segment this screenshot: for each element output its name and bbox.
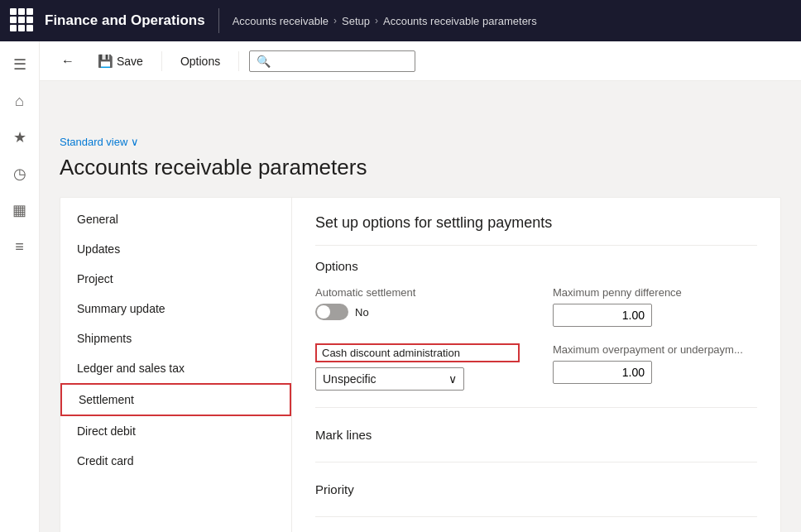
content-area: General Updates Project Summary update S… — [60, 197, 781, 532]
sidebar-item-credit-card[interactable]: Credit card — [60, 446, 291, 476]
automatic-settlement-value: No — [355, 306, 369, 319]
options-subsection-title: Options — [315, 259, 757, 273]
sidebar-item-label: Project — [77, 272, 113, 285]
priority-section: Priority — [315, 476, 757, 503]
sidebar-item-label: Ledger and sales tax — [77, 362, 185, 375]
options-label: Options — [180, 55, 220, 68]
nav-workspaces-icon[interactable]: ▦ — [3, 194, 36, 227]
topbar-divider — [218, 8, 219, 33]
chevron-down-icon: ∨ — [448, 372, 457, 386]
sidebar-item-direct-debit[interactable]: Direct debit — [60, 416, 291, 446]
toolbar-separator-2 — [238, 51, 239, 71]
cash-discount-field: Cash discount administration Unspecific … — [315, 343, 520, 391]
sidebar-item-label: Shipments — [77, 332, 132, 345]
topbar: Finance and Operations Accounts receivab… — [0, 0, 801, 41]
save-icon: 💾 — [98, 54, 113, 69]
standard-view-label: Standard view — [60, 136, 127, 148]
sidebar-item-settlement[interactable]: Settlement — [60, 383, 291, 416]
options-grid: Automatic settlement No Maximum penny di… — [315, 286, 757, 391]
save-label: Save — [117, 55, 143, 68]
section-divider-2 — [315, 407, 757, 408]
sidebar-item-project[interactable]: Project — [60, 264, 291, 294]
max-penny-diff-input[interactable] — [553, 304, 652, 327]
nav-modules-icon[interactable]: ≡ — [3, 230, 36, 263]
toolbar-separator — [161, 51, 162, 71]
sidebar-item-general[interactable]: General — [60, 204, 291, 234]
nav-favorites-icon[interactable]: ★ — [3, 121, 36, 154]
left-menu: General Updates Project Summary update S… — [60, 198, 292, 532]
back-button[interactable]: ← — [53, 49, 83, 74]
breadcrumb-arrow-2: › — [375, 15, 378, 26]
sidebar-item-label: Settlement — [79, 393, 134, 406]
sidebar-item-label: Direct debit — [77, 424, 136, 438]
automatic-settlement-field: Automatic settlement No — [315, 286, 520, 327]
sidebar-item-label: General — [77, 213, 118, 226]
cash-discount-label: Cash discount administration — [315, 343, 520, 362]
max-overpayment-field: Maximum overpayment or underpaym... — [553, 343, 757, 391]
breadcrumb: Accounts receivable › Setup › Accounts r… — [233, 15, 537, 27]
sidebar-item-label: Updates — [77, 242, 120, 256]
mark-lines-section: Mark lines — [315, 421, 757, 448]
back-icon: ← — [61, 54, 74, 69]
section-heading: Set up options for settling payments — [315, 214, 757, 232]
app-title: Finance and Operations — [45, 12, 205, 29]
left-nav: ☰ ⌂ ★ ◷ ▦ ≡ — [0, 41, 40, 532]
nav-home-icon[interactable]: ⌂ — [3, 84, 36, 117]
max-overpayment-label: Maximum overpayment or underpaym... — [553, 343, 757, 356]
right-panel: Set up options for settling payments Opt… — [292, 198, 780, 532]
search-icon: 🔍 — [257, 55, 271, 68]
page-title: Accounts receivable parameters — [60, 155, 781, 180]
sidebar-item-label: Credit card — [77, 454, 133, 467]
nav-recent-icon[interactable]: ◷ — [3, 157, 36, 190]
section-divider-1 — [315, 245, 757, 246]
section-divider-3 — [315, 462, 757, 463]
app-grid-icon[interactable] — [10, 8, 35, 33]
max-penny-diff-field: Maximum penny difference — [553, 286, 757, 327]
max-overpayment-input[interactable] — [553, 361, 652, 384]
standard-view-selector[interactable]: Standard view ∨ — [60, 136, 781, 148]
priority-title[interactable]: Priority — [315, 476, 757, 503]
breadcrumb-item-3: Accounts receivable parameters — [383, 15, 537, 27]
max-penny-diff-label: Maximum penny difference — [553, 286, 757, 299]
sidebar-item-updates[interactable]: Updates — [60, 234, 291, 264]
sidebar-item-summary-update[interactable]: Summary update — [60, 294, 291, 324]
options-button[interactable]: Options — [172, 50, 228, 73]
section-divider-4 — [315, 516, 757, 517]
search-box[interactable]: 🔍 — [249, 50, 415, 72]
cash-discount-dropdown[interactable]: Unspecific ∨ — [315, 367, 464, 391]
sidebar-item-shipments[interactable]: Shipments — [60, 324, 291, 353]
nav-menu-icon[interactable]: ☰ — [3, 48, 36, 81]
toolbar: ← 💾 Save Options 🔍 — [40, 41, 801, 81]
cash-discount-value: Unspecific — [323, 372, 377, 386]
toggle-knob — [317, 305, 330, 319]
search-input[interactable] — [276, 55, 408, 67]
mark-lines-title[interactable]: Mark lines — [315, 421, 757, 448]
sidebar-item-ledger-sales-tax[interactable]: Ledger and sales tax — [60, 353, 291, 383]
sidebar-item-label: Summary update — [77, 302, 165, 315]
automatic-settlement-label: Automatic settlement — [315, 286, 520, 299]
toggle-row: No — [315, 304, 520, 320]
automatic-settlement-toggle[interactable] — [315, 304, 348, 320]
chevron-down-icon: ∨ — [131, 136, 139, 148]
breadcrumb-arrow-1: › — [333, 15, 337, 26]
breadcrumb-item-1[interactable]: Accounts receivable — [233, 15, 329, 27]
save-button[interactable]: 💾 Save — [89, 49, 151, 74]
main-content: Standard view ∨ Accounts receivable para… — [40, 122, 801, 532]
breadcrumb-item-2[interactable]: Setup — [342, 15, 370, 27]
